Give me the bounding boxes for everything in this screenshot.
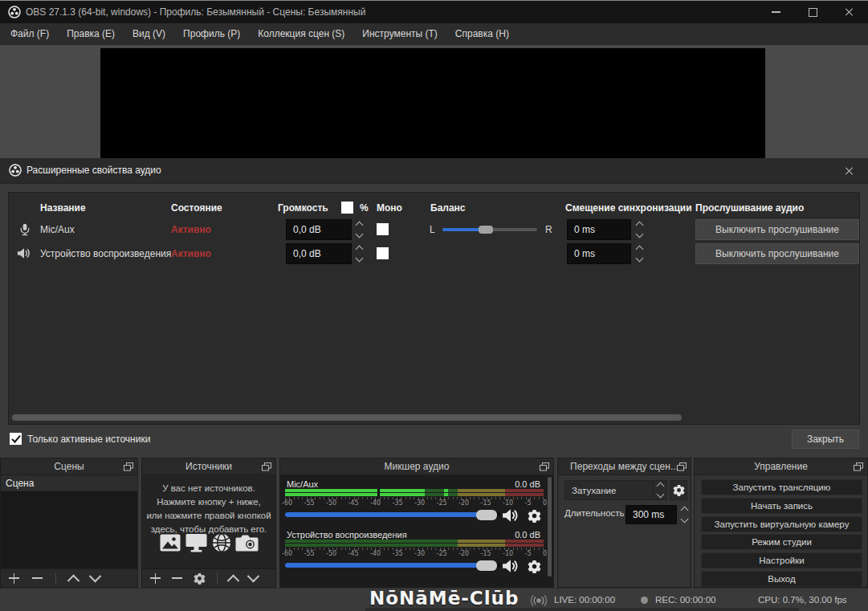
chevron-down-icon[interactable] xyxy=(355,230,363,238)
move-scene-down-button[interactable] xyxy=(89,569,102,582)
volume-slider-handle[interactable] xyxy=(476,560,497,571)
scene-list-item[interactable]: Сцена xyxy=(1,475,137,492)
add-scene-button[interactable] xyxy=(9,573,19,584)
mixer-channel-name: Mic/Aux xyxy=(287,479,318,489)
chevron-down-icon[interactable] xyxy=(635,255,643,263)
add-source-button[interactable] xyxy=(150,573,161,584)
meter-scale-label: -55 xyxy=(304,499,315,507)
source-properties-gear-icon[interactable] xyxy=(194,572,206,585)
sync-spin-buttons[interactable] xyxy=(633,219,646,240)
chevron-down-icon[interactable] xyxy=(635,230,643,238)
dialog-close-action-button[interactable]: Закрыть xyxy=(792,430,859,449)
control-button[interactable]: Запустить трансляцию xyxy=(701,479,862,495)
control-button[interactable]: Запустить виртуальную камеру xyxy=(701,516,862,532)
advanced-audio-dialog: Расширенные свойства аудио Название Сост… xyxy=(0,158,868,455)
move-scene-up-button[interactable] xyxy=(67,574,80,587)
dialog-close-button[interactable] xyxy=(839,161,860,181)
chevron-up-icon[interactable] xyxy=(635,246,643,254)
meter-scale-label: -5 xyxy=(525,550,532,557)
sync-offset-spinbox[interactable]: 0 ms xyxy=(567,219,631,240)
menu-item[interactable]: Правка (E) xyxy=(58,28,124,39)
menu-item[interactable]: Инструменты (T) xyxy=(353,28,446,39)
audio-sources-table: Название Состояние Громкость % Моно Бала… xyxy=(8,192,860,425)
volume-spin-buttons[interactable] xyxy=(352,219,365,240)
control-button[interactable]: Начать запись xyxy=(701,498,862,514)
chevron-up-icon[interactable] xyxy=(635,222,643,230)
menu-item[interactable]: Файл (F) xyxy=(2,28,58,39)
transitions-panel-header[interactable]: Переходы между сцен... xyxy=(557,458,691,475)
active-only-checkbox[interactable] xyxy=(10,433,22,445)
volume-slider-handle[interactable] xyxy=(476,510,497,520)
sources-panel-header[interactable]: Источники xyxy=(141,458,276,475)
chevron-down-icon[interactable] xyxy=(680,515,688,523)
volume-slider[interactable] xyxy=(285,512,500,517)
volume-percent-checkbox[interactable] xyxy=(341,202,353,214)
dialog-title: Расширенные свойства аудио xyxy=(26,165,161,176)
move-source-down-button[interactable] xyxy=(247,569,260,582)
scenes-panel-header[interactable]: Сцены xyxy=(0,458,138,475)
mixer-scrollbar[interactable] xyxy=(548,477,552,576)
balance-handle[interactable] xyxy=(479,226,493,234)
maximize-button[interactable] xyxy=(794,1,831,23)
meter-scale-label: -60 xyxy=(282,499,292,507)
meter-scale-label: -45 xyxy=(348,550,359,557)
menu-item[interactable]: Коллекция сцен (S) xyxy=(249,28,353,39)
source-name: Устройство воспроизведения xyxy=(40,248,171,259)
horizontal-scrollbar[interactable] xyxy=(12,414,682,421)
table-row: Устройство воспроизведения Активно 0,0 d… xyxy=(9,243,859,264)
chevron-up-icon[interactable] xyxy=(680,507,688,515)
menu-item[interactable]: Вид (V) xyxy=(124,28,174,39)
audio-monitoring-button[interactable]: Выключить прослушивание xyxy=(695,243,859,264)
audio-monitoring-button[interactable]: Выключить прослушивание xyxy=(695,219,859,240)
chevron-down-icon[interactable] xyxy=(355,255,363,263)
controls-panel-header[interactable]: Управление xyxy=(694,458,868,475)
volume-slider[interactable] xyxy=(285,563,500,568)
preview-canvas[interactable] xyxy=(100,48,765,158)
sources-empty-text-line: У вас нет источников. xyxy=(142,482,275,495)
popout-icon xyxy=(262,462,271,471)
remove-source-button[interactable] xyxy=(172,573,182,584)
volume-spin-buttons[interactable] xyxy=(352,243,365,264)
obs-main-window: OBS 27.1.3 (64-bit, windows) - Профиль: … xyxy=(0,0,868,611)
transition-properties-button[interactable] xyxy=(670,480,687,500)
chevron-up-icon[interactable] xyxy=(355,246,363,254)
duration-spinbox[interactable]: 300 ms xyxy=(626,505,677,524)
chevron-up-icon[interactable] xyxy=(355,222,363,230)
volume-spinbox[interactable]: 0,0 dB xyxy=(286,243,352,264)
remove-scene-button[interactable] xyxy=(32,573,43,584)
control-button[interactable]: Настройки xyxy=(701,552,862,568)
mixer-channel-db: 0.0 dB xyxy=(515,479,540,489)
col-header-mono: Моно xyxy=(377,202,402,214)
col-header-percent: % xyxy=(360,202,369,214)
move-source-up-button[interactable] xyxy=(227,574,240,587)
menu-item[interactable]: Профиль (P) xyxy=(174,28,249,39)
close-window-button[interactable] xyxy=(831,1,868,23)
mixer-panel-header[interactable]: Микшер аудио xyxy=(279,458,554,475)
mono-checkbox[interactable] xyxy=(377,247,389,259)
close-icon xyxy=(845,7,854,17)
sync-spin-buttons[interactable] xyxy=(633,243,646,264)
mute-speaker-icon[interactable] xyxy=(502,559,520,573)
mute-speaker-icon[interactable] xyxy=(502,508,520,523)
minimize-button[interactable] xyxy=(757,1,794,23)
dialog-titlebar[interactable]: Расширенные свойства аудио xyxy=(0,158,868,184)
mono-checkbox[interactable] xyxy=(377,223,389,235)
popout-icon xyxy=(124,462,133,471)
volume-spinbox[interactable]: 0,0 dB xyxy=(286,219,352,240)
meter-scale-label: -10 xyxy=(503,550,513,557)
meter-scale-label: -30 xyxy=(414,550,425,557)
col-header-name: Название xyxy=(40,202,86,214)
control-button[interactable]: Режим студии xyxy=(701,534,862,550)
control-button[interactable]: Выход xyxy=(701,571,862,587)
menu-item[interactable]: Справка (H) xyxy=(446,28,518,39)
transition-select[interactable]: Затухание xyxy=(564,480,667,500)
scenes-panel-title: Сцены xyxy=(54,461,84,472)
transition-select-spinner[interactable] xyxy=(653,481,666,499)
audio-mixer-panel: Микшер аудио Mic/Aux 0.0 dB -60-55-50-45… xyxy=(279,458,554,588)
active-only-label: Только активные источники xyxy=(27,434,150,445)
sync-offset-spinbox[interactable]: 0 ms xyxy=(567,243,631,264)
channel-settings-gear-icon[interactable] xyxy=(528,560,541,573)
channel-settings-gear-icon[interactable] xyxy=(528,509,541,523)
duration-spin-buttons[interactable] xyxy=(678,504,691,525)
meter-scale-label: -15 xyxy=(481,499,491,507)
